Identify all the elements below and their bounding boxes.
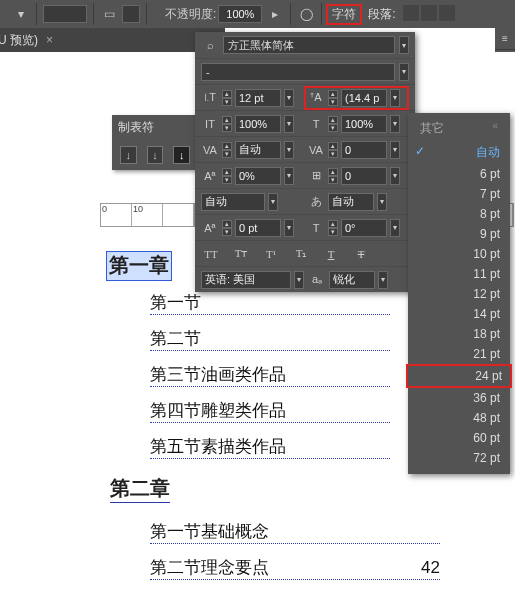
dropdown-item[interactable]: 48 pt <box>408 408 510 428</box>
hscale-field[interactable]: 100% <box>341 115 387 133</box>
leading-group-highlight: ꜛA ▴▾ (14.4 p ▾ <box>304 86 409 110</box>
dropdown-item[interactable]: 72 pt <box>408 448 510 468</box>
subscript-btn[interactable]: T₁ <box>291 245 311 263</box>
close-icon[interactable]: × <box>46 33 53 47</box>
kerning-icon: VA <box>201 144 219 156</box>
dropdown-item[interactable]: 60 pt <box>408 428 510 448</box>
antialias-icon: aₐ <box>308 273 326 286</box>
fontsize-icon: ꜑T <box>201 91 219 104</box>
opacity-caret-icon[interactable]: ▸ <box>266 5 284 23</box>
kerning-field[interactable]: 自动 <box>235 141 281 159</box>
stroke-field[interactable] <box>122 5 140 23</box>
font-dd-icon[interactable]: ▾ <box>399 36 409 54</box>
character-panel: ⌕ 方正黑体简体 ▾ - ▾ ꜑T ▴▾ 12 pt ▾ ꜛA ▴▾ (14.4… <box>195 32 415 292</box>
underline-btn[interactable]: T <box>321 245 341 263</box>
smallcaps-btn[interactable]: Tᴛ <box>231 245 251 263</box>
options-bar: ▾ ▭ 不透明度: 100% ▸ ◯ 字符 段落: <box>0 0 515 28</box>
dropdown-item[interactable]: 14 pt <box>408 304 510 324</box>
font-style-field[interactable]: - <box>201 63 395 81</box>
tracking-icon: VA <box>307 144 325 156</box>
document-tabs: IYK/GPU 预览) × <box>0 28 225 52</box>
shift-icon: Aª <box>201 222 219 234</box>
heading-ch2: 第二章 <box>110 475 170 502</box>
vscale-field[interactable]: 100% <box>235 115 281 133</box>
strike-btn[interactable]: T <box>351 245 371 263</box>
style-ball-icon[interactable]: ◯ <box>297 5 315 23</box>
edge-expand-icon[interactable]: ≡ <box>495 28 515 50</box>
dropdown-header: 其它« <box>408 117 510 141</box>
tsume-icon: ⊞ <box>307 169 325 182</box>
rotate-icon: T <box>307 222 325 234</box>
toc-line: 第四节雕塑类作品 <box>150 399 390 423</box>
leading-icon: ꜛA <box>307 91 325 104</box>
text-style-buttons: TT Tᴛ T¹ T₁ T T <box>195 240 415 266</box>
dropdown-item[interactable]: 36 pt <box>408 388 510 408</box>
tab-character[interactable]: 字符 <box>326 4 362 25</box>
font-size-field[interactable]: 12 pt <box>235 89 281 107</box>
dropdown-icon[interactable]: ▾ <box>12 5 30 23</box>
tab-paragraph[interactable]: 段落: <box>362 6 401 23</box>
opacity-label: 不透明度: <box>165 6 216 23</box>
document-tab[interactable]: IYK/GPU 预览) <box>0 32 38 49</box>
leading-field[interactable]: (14.4 p <box>341 89 387 107</box>
ruler[interactable]: 010 <box>100 203 195 227</box>
dropdown-item[interactable]: 6 pt <box>408 164 510 184</box>
size-spinner[interactable]: ▴▾ <box>222 90 232 106</box>
allcaps-btn[interactable]: TT <box>201 245 221 263</box>
collapse-icon[interactable]: « <box>492 120 498 137</box>
opacity-field[interactable]: 100% <box>218 5 262 23</box>
akiright-icon: あ <box>307 194 325 209</box>
dropdown-item[interactable]: 24 pt <box>406 364 512 388</box>
tab-right-btn[interactable]: ↓ <box>173 146 190 164</box>
tracking-field[interactable]: 0 <box>341 141 387 159</box>
leading-dd-icon[interactable]: ▾ <box>390 89 400 107</box>
dropdown-item[interactable]: 18 pt <box>408 324 510 344</box>
size-dd-icon[interactable]: ▾ <box>284 89 294 107</box>
toc-line: 第二节理念要点42 <box>150 556 440 580</box>
dropdown-item[interactable]: 12 pt <box>408 284 510 304</box>
dropdown-item-auto[interactable]: ✓自动 <box>408 141 510 164</box>
toc-line: 第五节素描类作品 <box>150 435 390 459</box>
dropdown-item[interactable]: 8 pt <box>408 204 510 224</box>
w-field[interactable] <box>43 5 87 23</box>
toc-line: 第一节基础概念 <box>150 520 440 544</box>
align-buttons[interactable] <box>402 5 456 24</box>
leftpt-field[interactable]: 0 pt <box>235 219 281 237</box>
dropdown-item[interactable]: 7 pt <box>408 184 510 204</box>
superscript-btn[interactable]: T¹ <box>261 245 281 263</box>
antialias-field[interactable]: 锐化 <box>329 271 375 289</box>
tabstops-panel: 制表符 ↓ ↓ ↓ <box>112 115 198 170</box>
baseline-field[interactable]: 0% <box>235 167 281 185</box>
indent2-field[interactable]: 自动 <box>328 193 374 211</box>
vscale-icon: IT <box>201 118 219 130</box>
leading-dropdown: 其它« ✓自动 6 pt7 pt8 pt9 pt10 pt11 pt12 pt1… <box>408 113 510 474</box>
style-dd-icon[interactable]: ▾ <box>399 63 409 81</box>
language-field[interactable]: 英语: 美国 <box>201 271 291 289</box>
rightval-field[interactable]: 0° <box>341 219 387 237</box>
dropdown-item[interactable]: 9 pt <box>408 224 510 244</box>
check-icon: ✓ <box>415 144 425 158</box>
tab-left-btn[interactable]: ↓ <box>120 146 137 164</box>
dropdown-item[interactable]: 21 pt <box>408 344 510 364</box>
indent-field[interactable]: 自动 <box>201 193 265 211</box>
tabstops-title: 制表符 <box>112 115 198 140</box>
font-family-field[interactable]: 方正黑体简体 <box>223 36 395 54</box>
baseline-icon: Aª <box>201 170 219 182</box>
tsume-field[interactable]: 0 <box>341 167 387 185</box>
hscale-icon: T <box>307 118 325 130</box>
dropdown-item[interactable]: 11 pt <box>408 264 510 284</box>
toc-line: 第三节油画类作品 <box>150 363 390 387</box>
tab-center-btn[interactable]: ↓ <box>147 146 164 164</box>
dropdown-item[interactable]: 10 pt <box>408 244 510 264</box>
fill-swatch[interactable]: ▭ <box>100 5 118 23</box>
leading-spinner[interactable]: ▴▾ <box>328 90 338 106</box>
toc-line: 第一节 <box>150 291 390 315</box>
toc-line: 第二节 <box>150 327 390 351</box>
search-icon[interactable]: ⌕ <box>201 39 219 51</box>
